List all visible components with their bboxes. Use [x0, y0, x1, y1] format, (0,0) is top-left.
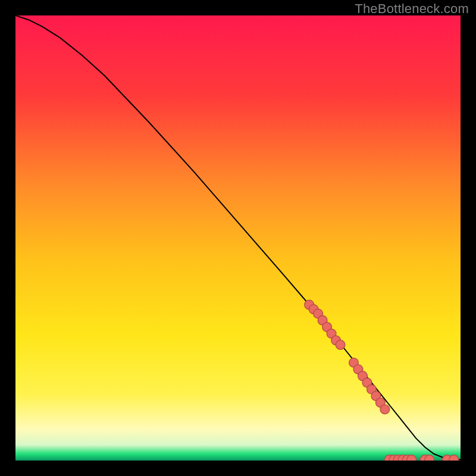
svg-point-16	[380, 405, 390, 414]
scatter-markers	[305, 300, 459, 461]
svg-point-8	[336, 340, 345, 350]
svg-point-26	[449, 455, 459, 461]
plot-area	[15, 15, 461, 461]
svg-point-24	[425, 455, 434, 461]
curve-line	[15, 15, 461, 460]
attribution-text: TheBottleneck.com	[355, 1, 469, 17]
chart-svg	[15, 15, 461, 461]
svg-point-22	[407, 455, 416, 461]
